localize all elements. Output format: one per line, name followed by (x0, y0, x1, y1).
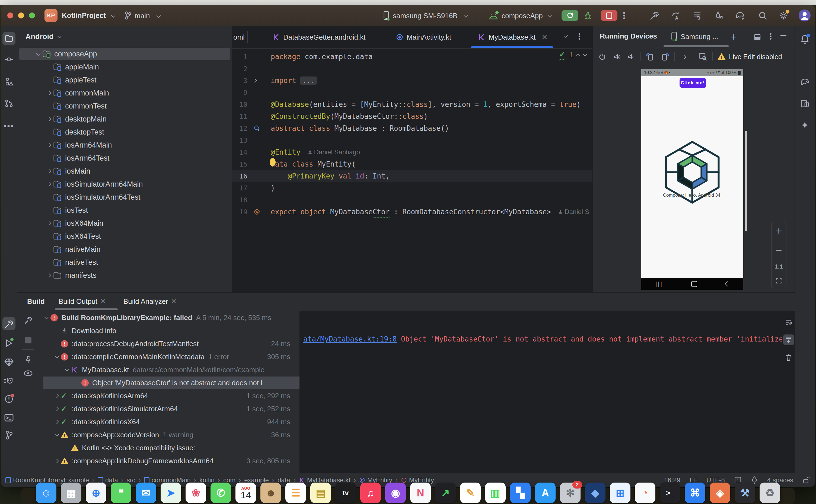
dock-mail[interactable]: ✉ (136, 483, 156, 503)
tab-build-output[interactable]: Build Output✕ (59, 293, 106, 310)
profiler-icon[interactable] (714, 11, 724, 21)
unlock-icon[interactable] (802, 476, 809, 484)
dock-maps[interactable]: ➤ (161, 483, 181, 503)
stop-button[interactable] (601, 10, 617, 21)
click-me-button[interactable]: Click me! (680, 78, 706, 88)
dock-notes[interactable]: ▤ (310, 483, 331, 503)
dock-contacts[interactable]: ☻ (260, 483, 281, 503)
device-tab[interactable]: Samsung ... (681, 33, 718, 41)
close-tab-icon[interactable]: ✕ (171, 297, 177, 306)
power-button-icon[interactable] (598, 53, 606, 61)
dock-app-store[interactable]: A (535, 483, 556, 503)
code-line-17[interactable]: 17) (232, 182, 592, 194)
dock-news[interactable]: N (410, 483, 431, 503)
tab-mainactivity[interactable]: MainActivity.kt (396, 26, 451, 48)
dock-finder[interactable]: ☺ (36, 483, 56, 503)
dock-safari[interactable]: ⊕ (86, 483, 106, 503)
build-tool-icon[interactable] (4, 320, 14, 329)
dock-android-studio[interactable]: ◈ (710, 483, 730, 503)
soft-wrap-icon[interactable] (785, 318, 793, 326)
zoom-reset-button[interactable]: 1:1 (774, 263, 783, 270)
volume-up-icon[interactable] (613, 53, 621, 61)
tab-options-kebab-icon[interactable]: ••• (578, 33, 581, 40)
build-row-10[interactable]: Kotlin <-> Xcode compatibility issue: (40, 441, 299, 454)
code-line-1[interactable]: 1package com.example.data (232, 51, 592, 63)
tree-item-iosMain[interactable]: iosMain (17, 165, 232, 178)
gemini-tool-icon[interactable] (800, 120, 809, 130)
gradle-tool-icon[interactable] (800, 78, 810, 87)
tree-item-iosArm64Main[interactable]: iosArm64Main (17, 139, 232, 152)
rotate-right-icon[interactable] (660, 52, 670, 61)
close-tab-icon[interactable]: ✕ (541, 33, 547, 42)
build-row-8[interactable]: ✓:data:kspKotlinIosX64944 ms (40, 415, 299, 428)
avatar[interactable] (798, 9, 811, 22)
tree-item-desktopMain[interactable]: desktopMain (17, 113, 232, 126)
build-row-2[interactable]: !:data:processDebugAndroidTestManifest24… (40, 337, 299, 350)
app-quality-insights-icon[interactable] (4, 358, 14, 367)
pull-requests-tool-icon[interactable] (4, 99, 14, 108)
home-button[interactable] (691, 281, 697, 287)
tab-mydatabase[interactable]: MyDatabase.kt ✕ (478, 26, 547, 48)
dock-launchpad[interactable]: ▦ (61, 483, 81, 503)
volume-down-icon[interactable] (627, 53, 636, 61)
add-device-icon[interactable]: + (731, 31, 737, 43)
code-line-11[interactable]: 11@ConstructedBy(MyDatabaseCtor::class) (232, 110, 592, 122)
dock-music[interactable]: ♫ (360, 483, 381, 503)
error-location-link[interactable]: ata/MyDatabase.kt:19:8 (303, 335, 397, 343)
project-tool-icon[interactable] (5, 34, 13, 43)
build-hammer-icon[interactable] (649, 11, 659, 21)
maximize-window-button[interactable] (29, 12, 35, 18)
build-panel-title[interactable]: Build (27, 293, 45, 310)
screenshot-icon[interactable] (698, 52, 707, 61)
split-panel-icon[interactable] (753, 33, 761, 41)
zoom-in-button[interactable]: + (776, 225, 782, 237)
dock-stocks[interactable]: ↗ (435, 483, 456, 503)
build-console[interactable]: ata/MyDatabase.kt:19:8 Object 'MyDatabas… (299, 311, 782, 474)
stop-build-icon[interactable] (25, 337, 31, 343)
zoom-fit-button[interactable] (775, 277, 782, 284)
code-area[interactable]: 1package com.example.data23import...910@… (232, 51, 592, 218)
structure-tool-icon[interactable] (4, 77, 14, 86)
clear-all-icon[interactable] (785, 353, 793, 362)
back-button[interactable] (725, 281, 730, 286)
rerun-button[interactable] (562, 10, 578, 21)
scroll-to-end-icon[interactable] (783, 334, 794, 345)
pin-tab-icon[interactable] (24, 356, 32, 364)
build-row-4[interactable]: MyDatabase.ktdata/src/commonMain/kotlin/… (40, 363, 299, 376)
code-line-19[interactable]: 19Aexpect object MyDatabaseCtor : RoomDa… (232, 206, 592, 218)
dock-system-settings[interactable]: ✻2 (560, 483, 581, 503)
code-line-3[interactable]: 3import... (232, 75, 592, 87)
dock-terminal[interactable]: >_ (660, 483, 680, 503)
device-manager-tool-icon[interactable] (800, 99, 809, 108)
tree-item-iosX64Main[interactable]: iosX64Main (17, 217, 232, 230)
code-line-13[interactable]: 13 (232, 134, 592, 146)
hide-panel-icon[interactable] (780, 35, 786, 36)
notifications-bell-icon[interactable] (800, 34, 810, 44)
build-row-7[interactable]: ✓:data:kspKotlinIosSimulatorArm641 sec, … (40, 402, 299, 415)
intention-bulb-icon[interactable] (270, 158, 276, 166)
tree-item-commonTest[interactable]: commonTest (17, 100, 232, 113)
tree-item-iosSimulatorArm64Test[interactable]: iosSimulatorArm64Test (17, 191, 232, 204)
tree-item-iosTest[interactable]: iosTest (17, 204, 232, 217)
preview-eye-icon[interactable] (24, 370, 33, 377)
code-line-16[interactable]: 16 @PrimaryKey val id: Int, (232, 170, 592, 182)
run-config-selector[interactable]: composeApp (502, 12, 543, 20)
build-row-1[interactable]: Download info (40, 324, 299, 337)
debug-button[interactable] (583, 11, 592, 20)
rotate-left-icon[interactable] (646, 52, 655, 61)
more-actions-chevron-icon[interactable] (681, 54, 686, 59)
tab-partial[interactable]: oml (233, 26, 245, 48)
code-line-10[interactable]: 10@Database(entities = [MyEntity::class]… (232, 98, 592, 110)
problems-tool-icon[interactable] (4, 394, 14, 404)
tree-item-iosSimulatorArm64Main[interactable]: iosSimulatorArm64Main (17, 178, 232, 191)
build-row-5[interactable]: !Object 'MyDatabaseCtor' is not abstract… (40, 376, 299, 389)
code-line-15[interactable]: 15data class MyEntity( (232, 158, 592, 170)
more-run-options-kebab-icon[interactable]: ••• (623, 11, 625, 20)
device-scrollbar[interactable] (745, 131, 747, 231)
version-control-tool-icon[interactable] (4, 430, 14, 440)
tree-item-appleTest[interactable]: appleTest (17, 74, 232, 87)
code-line-2[interactable]: 2 (232, 63, 592, 75)
dock-trash[interactable]: ♻ (760, 483, 780, 503)
dock-calendar[interactable]: AUG14 (235, 483, 256, 503)
tree-item-commonMain[interactable]: commonMain (17, 87, 232, 100)
